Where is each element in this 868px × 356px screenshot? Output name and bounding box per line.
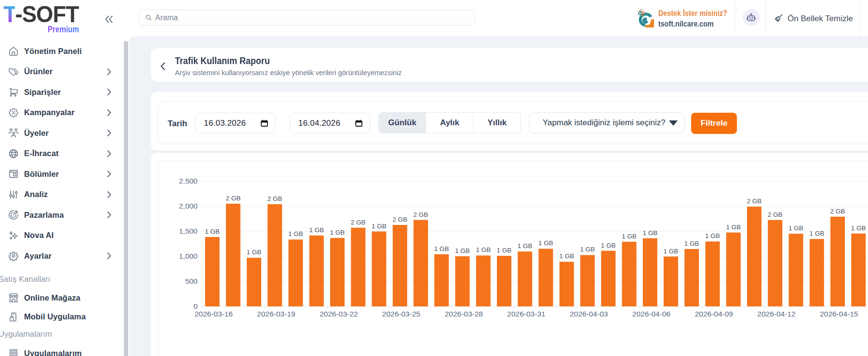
svg-text:1 GB: 1 GB <box>622 233 637 240</box>
svg-text:2 GB: 2 GB <box>392 216 407 223</box>
svg-text:1 GB: 1 GB <box>288 230 303 237</box>
svg-text:500: 500 <box>185 277 198 285</box>
svg-text:1,000: 1,000 <box>179 252 198 260</box>
svg-text:2026-03-25: 2026-03-25 <box>382 310 420 318</box>
svg-text:1 GB: 1 GB <box>601 242 616 249</box>
svg-text:1 GB: 1 GB <box>538 239 553 247</box>
svg-text:1 GB: 1 GB <box>559 252 574 260</box>
svg-text:2,500: 2,500 <box>179 177 198 185</box>
svg-text:1,500: 1,500 <box>179 227 198 235</box>
svg-text:0: 0 <box>193 302 198 310</box>
svg-text:1 GB: 1 GB <box>205 228 220 235</box>
svg-text:1 GB: 1 GB <box>851 224 866 232</box>
svg-text:2026-04-03: 2026-04-03 <box>570 310 608 318</box>
svg-text:2 GB: 2 GB <box>747 198 762 205</box>
svg-text:2 GB: 2 GB <box>226 195 240 202</box>
svg-text:2026-03-22: 2026-03-22 <box>320 310 358 318</box>
svg-text:1 GB: 1 GB <box>247 249 262 256</box>
svg-text:2 GB: 2 GB <box>414 211 428 218</box>
svg-text:2026-04-06: 2026-04-06 <box>632 310 670 318</box>
svg-text:1 GB: 1 GB <box>372 223 387 230</box>
svg-text:2026-04-12: 2026-04-12 <box>757 310 795 318</box>
svg-text:1 GB: 1 GB <box>476 246 491 253</box>
svg-text:1 GB: 1 GB <box>642 229 657 237</box>
svg-text:1 GB: 1 GB <box>726 224 741 231</box>
svg-text:1 GB: 1 GB <box>518 242 533 250</box>
svg-text:1 GB: 1 GB <box>684 240 699 247</box>
svg-text:1 GB: 1 GB <box>497 247 512 254</box>
svg-text:1 GB: 1 GB <box>664 248 679 255</box>
svg-text:1 GB: 1 GB <box>309 226 324 234</box>
svg-text:2026-03-28: 2026-03-28 <box>445 310 483 318</box>
svg-text:2 GB: 2 GB <box>267 195 282 202</box>
svg-text:1 GB: 1 GB <box>788 224 803 232</box>
svg-text:2026-03-16: 2026-03-16 <box>195 310 233 318</box>
svg-text:2 GB: 2 GB <box>351 219 366 226</box>
svg-text:2026-04-15: 2026-04-15 <box>820 310 858 318</box>
svg-text:1 GB: 1 GB <box>580 246 595 253</box>
svg-text:2026-03-19: 2026-03-19 <box>257 310 295 318</box>
svg-text:2026-04-09: 2026-04-09 <box>695 310 733 318</box>
svg-text:1 GB: 1 GB <box>705 232 720 239</box>
svg-text:1 GB: 1 GB <box>330 229 345 236</box>
svg-text:2 GB: 2 GB <box>830 208 845 215</box>
svg-text:2026-03-31: 2026-03-31 <box>507 310 545 318</box>
svg-text:2,000: 2,000 <box>179 202 198 210</box>
svg-text:1 GB: 1 GB <box>455 247 470 254</box>
svg-text:1 GB: 1 GB <box>434 245 449 252</box>
svg-text:2 GB: 2 GB <box>768 211 783 218</box>
svg-text:1 GB: 1 GB <box>809 230 824 237</box>
